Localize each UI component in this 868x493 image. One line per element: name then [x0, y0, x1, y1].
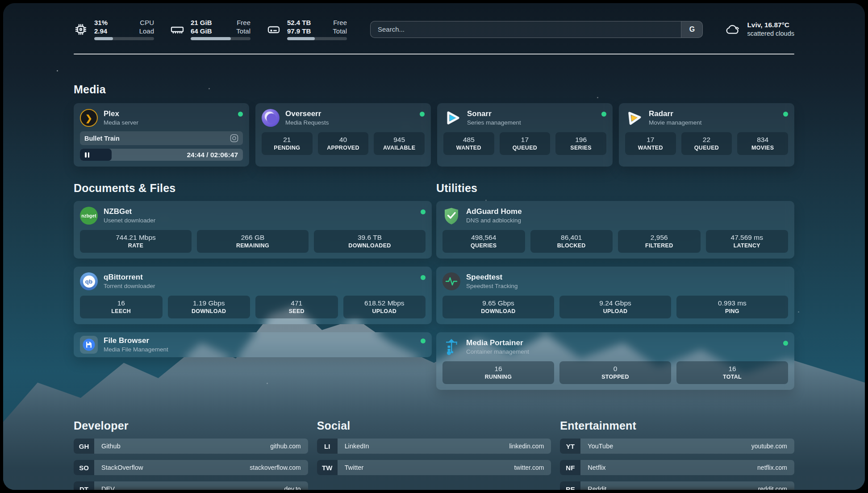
link-name: StackOverflow	[101, 464, 143, 471]
memory-free: 21 GiB	[191, 18, 212, 27]
snow-specks	[57, 70, 58, 71]
stat-tile: 0STOPPED	[559, 361, 671, 384]
overseerr-card[interactable]: Overseerr Media Requests 21PENDING 40APP…	[255, 103, 431, 167]
cpu-label: CPU	[140, 18, 154, 27]
entertainment-section-heading: Entertainment	[560, 419, 794, 432]
search-engine-button[interactable]: G	[681, 21, 702, 38]
hard-drive-icon	[267, 22, 281, 37]
memory-progress-track	[191, 37, 250, 40]
portainer-card[interactable]: Media Portainer Container management 16R…	[436, 332, 794, 390]
app-subtitle: Container management	[466, 348, 529, 356]
link-reddit[interactable]: RE Reddit reddit.com	[560, 481, 794, 490]
link-url: github.com	[270, 443, 300, 450]
stat-tile: 485WANTED	[443, 132, 494, 155]
status-dot	[421, 275, 426, 280]
link-abbr: RE	[560, 481, 580, 490]
developer-section-heading: Developer	[74, 419, 308, 432]
storage-free-label: Free	[333, 18, 347, 27]
stat-tile: 22QUEUED	[681, 132, 732, 155]
documents-section-heading: Documents & Files	[74, 182, 432, 195]
memory-total: 64 GiB	[191, 27, 212, 35]
adguard-card[interactable]: AdGuard Home DNS and adblocking 498,564Q…	[436, 201, 794, 259]
app-subtitle: Media Requests	[285, 119, 329, 127]
stat-tile: 40APPROVED	[318, 132, 369, 155]
weather-location-temp: Lviv, 16.87°C	[747, 21, 794, 29]
cpu-usage: 31%	[94, 18, 108, 27]
link-url: twitter.com	[514, 464, 544, 471]
link-url: youtube.com	[751, 443, 787, 450]
status-dot	[421, 209, 426, 214]
link-dev[interactable]: DT DEV dev.to	[74, 481, 308, 490]
stat-tile: 196SERIES	[555, 132, 606, 155]
app-subtitle: Torrent downloader	[104, 282, 155, 290]
status-dot	[783, 341, 788, 346]
search-bar: G	[370, 21, 703, 38]
storage-progress-track	[287, 37, 347, 40]
status-dot	[783, 112, 788, 117]
link-name: Github	[101, 443, 121, 450]
app-name: qBittorrent	[104, 272, 155, 282]
media-apps-row: ❯ Plex Media server Bullet Train	[74, 103, 794, 167]
plex-card[interactable]: ❯ Plex Media server Bullet Train	[74, 103, 249, 167]
nzbget-card[interactable]: nzbget NZBGet Usenet downloader 744.21 M…	[74, 201, 432, 259]
link-abbr: SO	[74, 460, 94, 475]
stat-tile: 86,401BLOCKED	[530, 230, 613, 253]
link-url: dev.to	[284, 485, 301, 490]
cloud-icon	[724, 21, 741, 38]
stat-tile: 9.65 GbpsDOWNLOAD	[442, 296, 554, 318]
link-twitter[interactable]: TW Twitter twitter.com	[317, 460, 551, 475]
app-name: Overseerr	[285, 109, 329, 119]
link-name: DEV	[101, 485, 115, 490]
plex-elapsed-time: 24:44 / 02:06:47	[187, 151, 238, 159]
stat-tile: 1.19 GbpsDOWNLOAD	[168, 296, 250, 318]
utilities-section-heading: Utilities	[436, 182, 794, 195]
stat-tile: 16TOTAL	[676, 361, 788, 384]
search-input[interactable]	[371, 21, 681, 38]
filebrowser-card[interactable]: File Browser Media File Management	[74, 332, 432, 357]
app-subtitle: Usenet downloader	[104, 217, 155, 225]
sonarr-card[interactable]: Sonarr Series management 485WANTED 17QUE…	[437, 103, 613, 167]
window-frame: 31%CPU 2.94Load 21 GiBFree 64 Gi	[0, 0, 868, 493]
stat-tile: 47.569 msLATENCY	[706, 230, 789, 253]
storage-free: 52.4 TB	[287, 18, 311, 27]
weather-condition: scattered clouds	[747, 29, 794, 38]
cpu-progress-track	[94, 37, 154, 40]
stat-tile: 618.52 MbpsUPLOAD	[343, 296, 426, 318]
memory-icon	[170, 22, 184, 37]
portainer-crane-icon	[442, 338, 460, 356]
media-session-icon	[230, 134, 238, 142]
app-name: Media Portainer	[466, 338, 529, 348]
filebrowser-icon	[80, 336, 98, 354]
link-github[interactable]: GH Github github.com	[74, 439, 308, 454]
weather-widget: Lviv, 16.87°C scattered clouds	[724, 21, 794, 38]
stat-tile: 16LEECH	[80, 296, 163, 318]
radarr-card[interactable]: Radarr Movie management 17WANTED 22QUEUE…	[619, 103, 794, 167]
cpu-stat: 31%CPU 2.94Load	[74, 18, 154, 40]
stat-tile: 39.6 TBDOWNLOADED	[314, 230, 426, 253]
nzbget-icon: nzbget	[80, 207, 98, 225]
qbittorrent-icon: qb	[80, 272, 98, 290]
memory-progress-fill	[191, 37, 231, 40]
speedtest-card[interactable]: Speedtest Speedtest Tracking 9.65 GbpsDO…	[436, 267, 794, 324]
link-name: YouTube	[588, 443, 613, 450]
app-subtitle: DNS and adblocking	[466, 217, 522, 225]
app-name: Speedtest	[466, 272, 518, 282]
stat-tile: 21PENDING	[262, 132, 313, 155]
app-subtitle: Series management	[467, 119, 521, 127]
link-url: reddit.com	[758, 485, 787, 490]
link-youtube[interactable]: YT YouTube youtube.com	[560, 439, 794, 454]
qbittorrent-card[interactable]: qb qBittorrent Torrent downloader 16LEEC…	[74, 267, 432, 324]
app-name: Sonarr	[467, 109, 521, 119]
storage-stat: 52.4 TBFree 97.9 TBTotal	[267, 18, 347, 40]
link-name: LinkedIn	[345, 443, 369, 450]
stat-tile: 834MOVIES	[737, 132, 788, 155]
link-netflix[interactable]: NF Netflix netflix.com	[560, 460, 794, 475]
stat-tile: 744.21 MbpsRATE	[80, 230, 192, 253]
link-stackoverflow[interactable]: SO StackOverflow stackoverflow.com	[74, 460, 308, 475]
cpu-load-label: Load	[139, 27, 154, 35]
link-linkedin[interactable]: LI LinkedIn linkedin.com	[317, 439, 551, 454]
plex-icon: ❯	[80, 109, 98, 127]
stat-tile: 266 GBREMAINING	[197, 230, 309, 253]
dashboard-background: 31%CPU 2.94Load 21 GiBFree 64 Gi	[3, 3, 865, 490]
pause-icon	[85, 152, 87, 158]
